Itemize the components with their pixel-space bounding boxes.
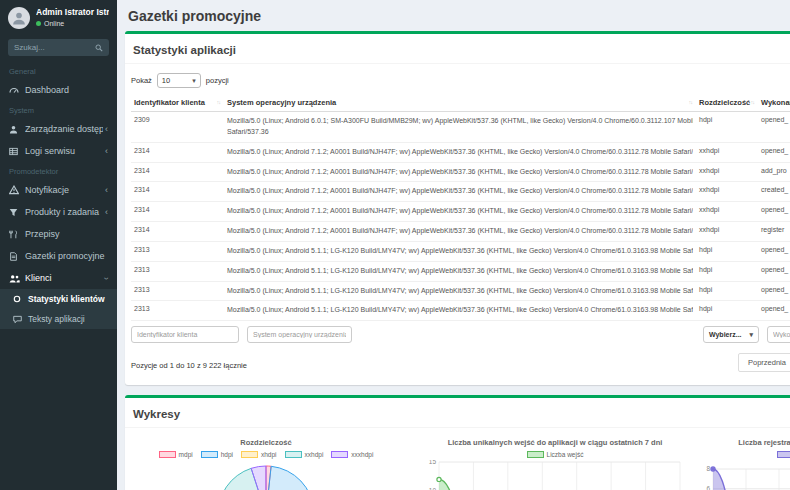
stats-box-header: Statystyki aplikacji: [125, 34, 790, 64]
filter-client-id-input[interactable]: [131, 326, 239, 343]
legend-item[interactable]: xxhdpi: [285, 451, 324, 458]
legend-item[interactable]: hdpi: [201, 451, 233, 458]
user-name: Admin Istrator Istrator: [36, 7, 109, 17]
svg-text:6: 6: [706, 485, 710, 490]
menu-header-promodetektor: Promodetektor: [0, 162, 117, 179]
legend-item[interactable]: xxxhdpi: [331, 451, 373, 458]
main-content: Gazetki promocyjne Statystyki aplikacji …: [117, 0, 790, 490]
table-row: 2314Mozilla/5.0 (Linux; Android 7.1.2; A…: [131, 142, 790, 162]
table-icon: [9, 147, 21, 156]
chevron-left-icon: ‹: [105, 208, 108, 217]
sidebar-menu: General Dashboard System Zarządzanie dos…: [0, 62, 117, 329]
dashboard-icon: [9, 85, 21, 95]
circle-o-icon: [13, 295, 24, 303]
warning-icon: [9, 185, 21, 195]
stats-box: Statystyki aplikacji Pokaż 10 ▾ pozycji …: [125, 31, 790, 385]
table-filter-row: Wybierz... ▾: [131, 326, 790, 348]
legend-item[interactable]: Liczba rejestracji: [777, 451, 790, 458]
page-length-select[interactable]: 10 ▾: [157, 73, 201, 88]
table-row: 2314Mozilla/5.0 (Linux; Android 7.1.2; A…: [131, 182, 790, 202]
resolution-pie-chart: Rozdzielczość mdpihdpixhdpixxhdpixxxhdpi: [146, 433, 386, 490]
sidebar-search: [8, 39, 109, 56]
table-info: Pozycje od 1 do 10 z 9 222 łącznie: [131, 361, 247, 370]
column-header-action[interactable]: Wykonana akcja: [758, 94, 790, 112]
chevron-left-icon: ‹: [105, 147, 108, 156]
legend-swatch: [159, 451, 176, 458]
sidebar-item-access[interactable]: Zarządzanie dostępem ‹: [0, 118, 117, 140]
column-header-resolution[interactable]: Rozdzielczość ↑↓: [696, 94, 758, 112]
previous-page-button[interactable]: Poprzednia: [738, 353, 790, 372]
table-row: 2313Mozilla/5.0 (Linux; Android 5.1.1; L…: [131, 301, 790, 321]
table-row: 2314Mozilla/5.0 (Linux; Android 7.1.2; A…: [131, 222, 790, 242]
clients-submenu: Statystyki klientów Teksty aplikacji: [0, 289, 117, 329]
avatar: [8, 7, 30, 29]
stats-box-title: Statystyki aplikacji: [133, 44, 236, 56]
sidebar-item-logs[interactable]: Logi serwisu ‹: [0, 140, 117, 162]
sidebar-item-notifications[interactable]: Notyfikacje ‹: [0, 179, 117, 201]
registrations-chart-canvas: 024687 dni temu6 dni temu5 dni temu4 dni…: [691, 460, 790, 490]
registrations-chart-title: Liczba rejestracji w ciągu ostatnich 7 d…: [691, 433, 790, 448]
table-row: 2313Mozilla/5.0 (Linux; Android 5.1.1; L…: [131, 241, 790, 261]
sidebar-item-client-stats[interactable]: Statystyki klientów: [0, 289, 117, 309]
pagination: Poprzednia 1: [738, 353, 790, 372]
menu-header-general: General: [0, 62, 117, 79]
legend-swatch: [527, 451, 544, 458]
sort-icon: ↑↓: [689, 99, 693, 105]
table-row: 2314Mozilla/5.0 (Linux; Android 7.1.2; A…: [131, 202, 790, 222]
visits-line-chart: Liczba unikalnych wejść do aplikacji w c…: [427, 433, 683, 490]
chevron-down-icon: ‹: [102, 277, 111, 280]
search-input[interactable]: [8, 43, 89, 52]
table-row: 2313Mozilla/5.0 (Linux; Android 5.1.1; L…: [131, 281, 790, 301]
legend-item[interactable]: mdpi: [159, 451, 193, 458]
online-dot-icon: [36, 21, 41, 26]
person-icon: [12, 11, 26, 25]
sidebar-item-app-texts[interactable]: Teksty aplikacji: [0, 309, 117, 329]
sidebar-item-products[interactable]: Produkty i zadania ‹: [0, 201, 117, 223]
legend-item[interactable]: xhdpi: [241, 451, 277, 458]
column-header-os[interactable]: System operacyjny urządzenia ↑↓: [224, 94, 696, 112]
search-icon: [95, 44, 103, 52]
file-icon: [9, 252, 21, 261]
svg-text:15: 15: [429, 460, 437, 465]
legend-swatch: [201, 451, 218, 458]
registrations-line-chart: Liczba rejestracji w ciągu ostatnich 7 d…: [691, 433, 790, 490]
filter-resolution-select[interactable]: Wybierz... ▾: [703, 326, 759, 343]
filter-icon: [9, 208, 21, 217]
filter-os-input[interactable]: [247, 326, 352, 343]
legend-swatch: [331, 451, 348, 458]
charts-box-header: Wykresy: [125, 398, 790, 428]
visits-chart-title: Liczba unikalnych wejść do aplikacji w c…: [427, 433, 683, 448]
chevron-left-icon: ‹: [105, 186, 108, 195]
menu-header-system: System: [0, 101, 117, 118]
utensils-icon: [9, 230, 21, 239]
user-panel: Admin Istrator Istrator Online: [0, 0, 117, 33]
stats-table-body: 2309Mozilla/5.0 (Linux; Android 6.0.1; S…: [131, 112, 790, 321]
chevron-left-icon: ‹: [105, 125, 108, 134]
filter-action-input[interactable]: [767, 326, 790, 343]
sidebar-item-dashboard[interactable]: Dashboard: [0, 79, 117, 101]
pie-chart-title: Rozdzielczość: [146, 433, 386, 448]
sidebar-item-gazettes[interactable]: Gazetki promocyjne: [0, 245, 117, 267]
user-icon: [9, 125, 21, 134]
legend-item[interactable]: Liczba wejść: [527, 451, 584, 458]
user-status: Online: [36, 20, 109, 27]
users-icon: [9, 274, 21, 283]
legend-swatch: [285, 451, 302, 458]
sidebar: Admin Istrator Istrator Online General D…: [0, 0, 117, 490]
legend-swatch: [241, 451, 258, 458]
column-header-client-id[interactable]: Identyfikator klienta ↑↓: [131, 94, 224, 112]
sort-icon: ↑↓: [751, 99, 755, 105]
sidebar-item-recipes[interactable]: Przepisy: [0, 223, 117, 245]
table-length-control: Pokaż 10 ▾ pozycji: [131, 69, 790, 94]
visits-chart-canvas: 0510157 dni temu6 dni temu5 dni temu4 dn…: [427, 460, 683, 490]
pie-chart-canvas: [216, 464, 316, 490]
sidebar-item-clients[interactable]: Klienci ‹: [0, 267, 117, 289]
table-row: 2313Mozilla/5.0 (Linux; Android 5.1.1; L…: [131, 261, 790, 281]
table-row: 2309Mozilla/5.0 (Linux; Android 6.0.1; S…: [131, 112, 790, 143]
caret-down-icon: ▾: [192, 77, 196, 85]
comment-icon: [13, 315, 24, 324]
search-button[interactable]: [89, 44, 109, 52]
stats-table: Identyfikator klienta ↑↓ System operacyj…: [131, 94, 790, 321]
sort-icon: ↑↓: [217, 99, 221, 105]
pie-legend: mdpihdpixhdpixxhdpixxxhdpi: [146, 448, 386, 461]
